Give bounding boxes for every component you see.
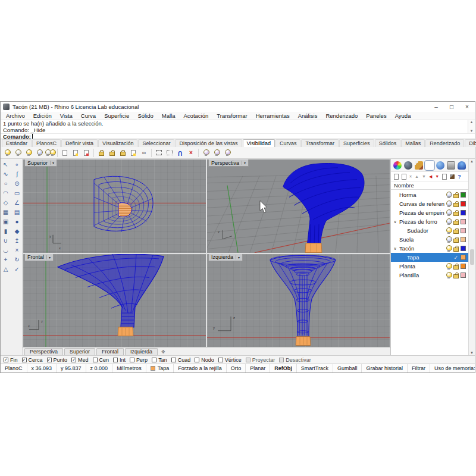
isolate-lock-icon[interactable] [212, 148, 221, 158]
command-input[interactable]: Comando: [1, 133, 475, 139]
menu-vista[interactable]: Vista [56, 112, 77, 119]
layer-color-swatch[interactable] [461, 201, 466, 206]
close-button[interactable]: × [459, 102, 475, 112]
select-arrow-icon[interactable]: ↖ [1, 160, 11, 169]
layer-visibility-bulb-icon[interactable] [446, 236, 451, 243]
show-selected-icon[interactable] [24, 148, 33, 158]
panel-scrollbar[interactable]: ▲ ▼ [468, 159, 475, 355]
expand-arrow-icon[interactable]: ∨ [393, 220, 397, 224]
layer-color-swatch[interactable] [461, 237, 466, 242]
toggle-smarttrack[interactable]: SmartTrack [297, 364, 333, 372]
viewport-perspectiva-title[interactable]: Perspectiva▾ [208, 159, 249, 167]
checkbox[interactable] [71, 358, 76, 362]
layer-color-swatch[interactable] [461, 192, 466, 198]
lock-objects-icon[interactable] [96, 148, 106, 158]
polygon-icon[interactable]: ◇ [1, 198, 11, 207]
help-icon[interactable]: ? [458, 174, 461, 180]
menu-ayuda[interactable]: Ayuda [391, 112, 415, 119]
fillet-icon[interactable]: ◡ [1, 246, 11, 255]
select-visible-icon[interactable] [154, 148, 164, 158]
layer-color-swatch[interactable] [461, 210, 466, 215]
move-icon[interactable]: + [1, 255, 11, 264]
viewport-superior-title[interactable]: Superior▾ [24, 159, 57, 167]
layer-row-plantilla[interactable]: Plantilla [391, 271, 468, 280]
maximize-button[interactable]: □ [444, 102, 459, 112]
solid-tools-icon[interactable]: ◆ [12, 227, 22, 236]
expand-arrow-icon[interactable]: ∨ [393, 246, 397, 251]
tab-visualizacion[interactable]: Visualización [98, 139, 137, 147]
layer-row-suela[interactable]: Suela [391, 235, 468, 244]
viewport-tab-perspectiva[interactable]: Perspectiva [24, 348, 63, 355]
checkbox[interactable] [22, 358, 27, 362]
layer-row-tacon[interactable]: ∨ Tacón [391, 244, 468, 253]
checkbox[interactable] [246, 358, 250, 362]
curve-freeform-icon[interactable]: ∿ [1, 170, 11, 178]
scroll-up-icon[interactable]: ▲ [470, 159, 474, 163]
collapse-icon[interactable]: ◀ [429, 174, 432, 179]
tab-planosc[interactable]: PlanosC [32, 139, 61, 147]
sphere-icon[interactable] [436, 161, 444, 170]
osnap-tan[interactable]: Tan [152, 357, 167, 363]
scrollbar-thumb[interactable] [470, 249, 474, 265]
layer-row-planta[interactable]: Planta [391, 262, 468, 271]
layer-color-swatch[interactable] [461, 219, 466, 224]
layer-row-horma[interactable]: Horma [391, 190, 468, 199]
viewport-frontal[interactable]: Frontal▾ [23, 254, 206, 347]
tab-estandar[interactable]: Estándar [2, 139, 32, 147]
layer-color-swatch[interactable] [461, 255, 466, 260]
layer-color-swatch[interactable] [461, 264, 466, 269]
layer-visibility-bulb-icon[interactable] [446, 192, 451, 198]
layer-lock-icon[interactable] [453, 228, 459, 234]
checkbox[interactable] [218, 358, 223, 362]
toggle-planar[interactable]: Planar [246, 364, 270, 372]
layer-lock-icon[interactable] [453, 192, 459, 198]
tab-mallas[interactable]: Mallas [401, 139, 425, 147]
scroll-up-icon[interactable]: ▲ [470, 120, 474, 124]
layer-visibility-bulb-icon[interactable] [446, 245, 451, 252]
move-up-icon[interactable]: ▲ [415, 174, 419, 178]
checkbox[interactable] [130, 358, 134, 362]
color-wheel-icon[interactable] [393, 161, 402, 170]
viewport-tab-izquierda[interactable]: Izquierda [125, 348, 158, 355]
menu-malla[interactable]: Malla [158, 112, 180, 119]
pencil-icon[interactable] [415, 161, 423, 170]
toggle-historial[interactable]: Grabar historial [362, 364, 408, 372]
layer-lock-icon[interactable] [453, 237, 459, 243]
menu-transformar[interactable]: Transformar [212, 112, 251, 119]
tab-dibujo[interactable]: Dibujo [465, 139, 476, 147]
unlock-objects-icon[interactable] [107, 148, 117, 158]
checkbox[interactable] [93, 358, 98, 362]
viewport-tab-frontal[interactable]: Frontal [96, 348, 124, 355]
chevron-down-icon[interactable]: ▾ [242, 161, 246, 165]
isolate-objects-icon[interactable] [201, 148, 211, 158]
apply-check-icon[interactable]: ✓ [12, 265, 22, 274]
heel-side-wireframe[interactable] [270, 255, 336, 345]
frontal-canvas[interactable]: z x [23, 254, 206, 347]
tab-solidos[interactable]: Sólidos [375, 139, 401, 147]
viewport-izquierda[interactable]: Izquierda▾ [207, 254, 390, 347]
copy-layer-icon[interactable] [402, 174, 406, 180]
menu-acotacion[interactable]: Acotación [180, 112, 213, 119]
toggle-grid-snap[interactable]: Forzado a la rejilla [174, 364, 227, 372]
bell-icon[interactable] [458, 161, 466, 170]
boolean-union-icon[interactable]: ∪ [1, 236, 11, 245]
layer-row-piezas-forro[interactable]: ∨ Piezas de forro [391, 217, 468, 226]
tab-seleccionar[interactable]: Seleccionar [138, 139, 174, 147]
viewport-superior[interactable]: Superior▾ [23, 159, 206, 253]
menu-superficie[interactable]: Superficie [100, 112, 133, 119]
layer-row-curvas-referencia[interactable]: Curvas de referencia [391, 199, 468, 208]
hide-swap-icon[interactable] [35, 148, 44, 158]
control-points-icon[interactable]: ∫ [12, 170, 22, 178]
viewport-frontal-title[interactable]: Frontal▾ [24, 254, 54, 261]
box-icon[interactable]: ▣ [1, 217, 11, 226]
layer-visibility-bulb-icon[interactable] [446, 201, 451, 207]
menu-solido[interactable]: Sólido [133, 112, 157, 119]
layer-tools-hammer-icon[interactable] [450, 174, 455, 179]
ellipse-icon[interactable]: ⊙ [12, 179, 22, 188]
menu-analisis[interactable]: Análisis [294, 112, 322, 119]
layers-icon[interactable] [425, 161, 434, 170]
osnap-desactivar[interactable]: Desactivar [279, 357, 311, 363]
tab-superficies[interactable]: Superficies [339, 139, 374, 147]
hide-objects-icon[interactable] [13, 148, 23, 158]
layer-lock-icon[interactable] [453, 201, 459, 207]
